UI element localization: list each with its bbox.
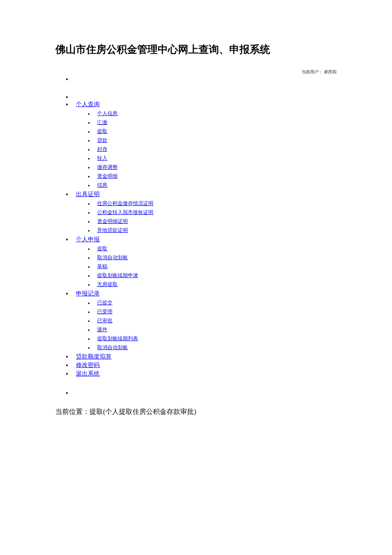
nav-section-personal-query[interactable]: 个人查询 个人信息 汇缴 提取 贷款 封存 转入 缴存调整 资金明细 结息 bbox=[72, 101, 337, 189]
nav-section-certificates[interactable]: 出具证明 住房公积金缴存情况证明 公积金转入我市接收证明 资金明细证明 异地贷款… bbox=[72, 191, 337, 234]
nav-link[interactable]: 转入 bbox=[94, 155, 107, 161]
nav-sub-item[interactable]: 缴存调整 bbox=[94, 164, 337, 171]
nav-link[interactable]: 提取 bbox=[94, 128, 107, 134]
nav-link[interactable]: 贷款额度拟算 bbox=[72, 353, 112, 360]
nav-link[interactable]: 退件 bbox=[94, 327, 107, 332]
nav-sub-item[interactable]: 结息 bbox=[94, 182, 337, 189]
nav-link[interactable]: 出具证明 bbox=[72, 191, 100, 197]
nav-link[interactable]: 个人申报 bbox=[72, 236, 100, 243]
nav-sub-item[interactable]: 资金明细 bbox=[94, 173, 337, 180]
nav-section-personal-report[interactable]: 个人申报 提取 取消自动划账 草稿 提取划账续期申请 无房提取 bbox=[72, 236, 337, 288]
nav-sub-item[interactable]: 草稿 bbox=[94, 263, 337, 270]
nav-sub-item[interactable]: 取消自动划账 bbox=[94, 254, 337, 261]
nav-link[interactable]: 个人查询 bbox=[72, 101, 100, 107]
nav-sub-item[interactable]: 提取 bbox=[94, 245, 337, 252]
current-user-block: 当前用户： 谢庆四 bbox=[55, 69, 337, 75]
nav-sub-item[interactable]: 已提交 bbox=[94, 299, 337, 306]
nav-sub-item[interactable]: 资金明细证明 bbox=[94, 218, 337, 225]
nav-link[interactable]: 修改密码 bbox=[72, 362, 100, 368]
nav-sub-item[interactable]: 住房公积金缴存情况证明 bbox=[94, 200, 337, 207]
nav-link[interactable]: 资金明细 bbox=[94, 173, 118, 179]
nav-sub-item[interactable]: 转入 bbox=[94, 155, 337, 162]
nav-section-loan-simulation[interactable]: 贷款额度拟算 bbox=[72, 353, 337, 361]
nav-link[interactable]: 贷款 bbox=[94, 137, 107, 143]
nav-sub-list: 已提交 已受理 已审批 退件 提取划账续期列表 取消自动划账 bbox=[72, 299, 337, 351]
nav-link[interactable]: 无房提取 bbox=[94, 281, 118, 287]
nav-link[interactable]: 提取 bbox=[94, 246, 107, 251]
nav-sub-item[interactable]: 取消自动划账 bbox=[94, 344, 337, 351]
nav-sub-item[interactable]: 无房提取 bbox=[94, 281, 337, 288]
nav-bottom-list bbox=[55, 390, 337, 396]
nav-link[interactable]: 已提交 bbox=[94, 300, 112, 306]
nav-sub-list: 住房公积金缴存情况证明 公积金转入我市接收证明 资金明细证明 异地贷款证明 bbox=[72, 200, 337, 234]
nav-link[interactable]: 草稿 bbox=[94, 263, 107, 269]
nav-blank-item bbox=[72, 76, 337, 82]
nav-blank-item bbox=[72, 390, 337, 396]
breadcrumb-value: 提取(个人提取住房公积金存款审批) bbox=[89, 408, 196, 415]
nav-link[interactable]: 结息 bbox=[94, 182, 107, 188]
nav-link[interactable]: 封存 bbox=[94, 146, 107, 152]
nav-link[interactable]: 汇缴 bbox=[94, 119, 107, 125]
nav-sub-list: 个人信息 汇缴 提取 贷款 封存 转入 缴存调整 资金明细 结息 bbox=[72, 110, 337, 189]
breadcrumb-label: 当前位置： bbox=[55, 408, 89, 415]
nav-link[interactable]: 缴存调整 bbox=[94, 164, 118, 170]
nav-sub-item[interactable]: 提取划账续期列表 bbox=[94, 335, 337, 342]
nav-section-report-records[interactable]: 申报记录 已提交 已受理 已审批 退件 提取划账续期列表 取消自动划账 bbox=[72, 290, 337, 351]
current-user-label: 当前用户： bbox=[302, 69, 323, 74]
nav-sub-list: 提取 取消自动划账 草稿 提取划账续期申请 无房提取 bbox=[72, 245, 337, 288]
nav-link[interactable]: 已审批 bbox=[94, 318, 112, 324]
nav-sub-item[interactable]: 公积金转入我市接收证明 bbox=[94, 209, 337, 216]
nav-link[interactable]: 取消自动划账 bbox=[94, 344, 128, 350]
nav-link[interactable]: 异地贷款证明 bbox=[94, 227, 128, 233]
nav-sub-item[interactable]: 封存 bbox=[94, 146, 337, 153]
nav-sub-item[interactable]: 异地贷款证明 bbox=[94, 227, 337, 234]
nav-link[interactable]: 提取划账续期列表 bbox=[94, 335, 138, 341]
nav-section-logout[interactable]: 退出系统 bbox=[72, 370, 337, 378]
nav-sub-item[interactable]: 汇缴 bbox=[94, 119, 337, 126]
nav-link[interactable]: 取消自动划账 bbox=[94, 254, 128, 260]
nav-sub-item[interactable]: 提取 bbox=[94, 128, 337, 135]
breadcrumb: 当前位置：提取(个人提取住房公积金存款审批) bbox=[55, 408, 337, 416]
nav-list: 个人查询 个人信息 汇缴 提取 贷款 封存 转入 缴存调整 资金明细 结息 出具… bbox=[55, 94, 337, 378]
nav-link[interactable]: 公积金转入我市接收证明 bbox=[94, 209, 153, 215]
nav-sub-item[interactable]: 退件 bbox=[94, 326, 337, 333]
nav-section-change-password[interactable]: 修改密码 bbox=[72, 361, 337, 369]
nav-blank-item bbox=[72, 94, 337, 100]
nav-sub-item[interactable]: 已受理 bbox=[94, 308, 337, 315]
nav-link[interactable]: 已受理 bbox=[94, 309, 112, 315]
nav-top-list bbox=[55, 76, 337, 82]
nav-sub-item[interactable]: 提取划账续期申请 bbox=[94, 272, 337, 279]
nav-link[interactable]: 住房公积金缴存情况证明 bbox=[94, 200, 153, 206]
current-user-name: 谢庆四 bbox=[324, 69, 337, 74]
nav-link[interactable]: 个人信息 bbox=[94, 110, 118, 116]
nav-sub-item[interactable]: 贷款 bbox=[94, 137, 337, 144]
nav-sub-item[interactable]: 个人信息 bbox=[94, 110, 337, 117]
nav-link[interactable]: 提取划账续期申请 bbox=[94, 272, 138, 278]
nav-link[interactable]: 申报记录 bbox=[72, 290, 100, 297]
nav-link[interactable]: 退出系统 bbox=[72, 370, 100, 377]
nav-link[interactable]: 资金明细证明 bbox=[94, 218, 128, 224]
page-title: 佛山市住房公积金管理中心网上查询、申报系统 bbox=[55, 43, 270, 56]
nav-sub-item[interactable]: 已审批 bbox=[94, 317, 337, 324]
